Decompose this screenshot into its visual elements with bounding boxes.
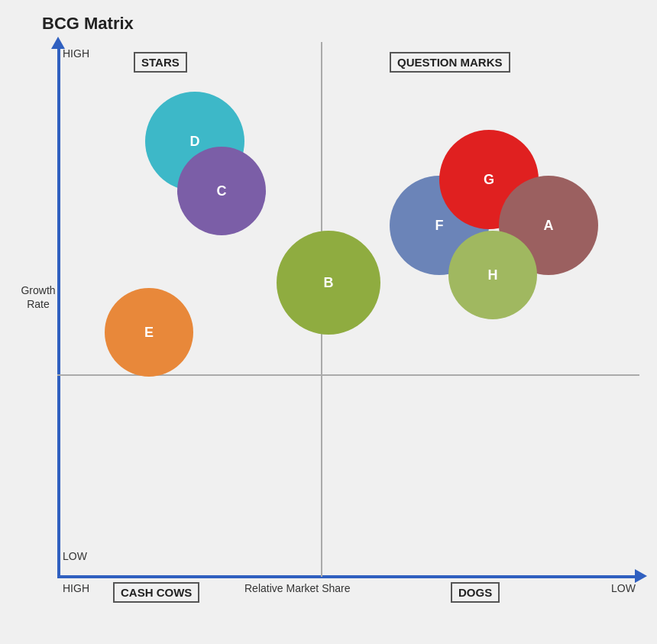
stars-quadrant-label: STARS [134,52,187,73]
bubble-E: E [105,288,193,377]
y-axis-low-label: LOW [63,550,87,562]
chart-title: BCG Matrix [42,14,134,34]
x-axis-line [57,575,639,578]
bubble-C: C [177,147,266,235]
x-axis-high-label: HIGH [63,582,89,594]
y-axis-high-label: HIGH [63,47,89,60]
x-axis-low-label: LOW [611,582,636,594]
x-axis-label: Relative Market Share [244,582,351,594]
bubble-B: B [277,231,380,335]
cash-cows-quadrant-label: CASH COWS [113,582,199,603]
dogs-quadrant-label: DOGS [451,582,500,603]
x-axis-arrow-icon [635,569,647,583]
question-marks-quadrant-label: QUESTION MARKS [390,52,510,73]
y-axis-label: Growth Rate [15,283,61,311]
bcg-matrix-chart: BCG Matrix HIGH LOW HIGH LOW Relative Ma… [0,0,657,644]
bubble-H: H [448,231,537,319]
